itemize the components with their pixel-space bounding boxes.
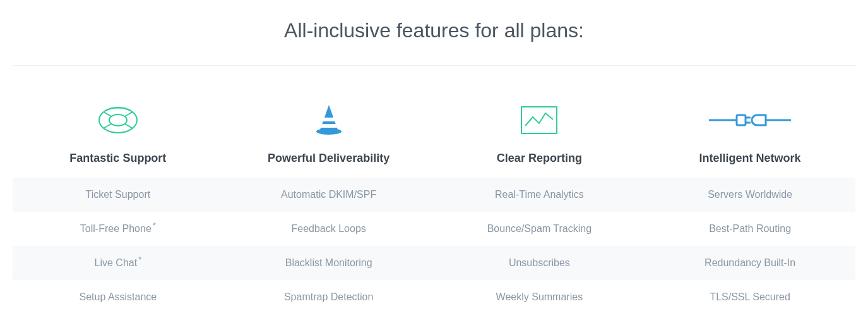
svg-rect-3 [521, 107, 557, 133]
feature-columns-header: Fantastic Support Powerful Deliverabilit… [13, 101, 855, 178]
asterisk: * [153, 221, 156, 230]
feature-cell: Unsubscribes [434, 246, 645, 280]
feature-cell: Live Chat* [13, 246, 223, 280]
column-title-support: Fantastic Support [13, 152, 223, 165]
svg-point-0 [99, 107, 137, 133]
plug-icon [645, 101, 855, 139]
feature-cell: Servers Worldwide [645, 178, 855, 212]
feature-cell: Real-Time Analytics [434, 178, 645, 212]
column-title-reporting: Clear Reporting [434, 152, 645, 165]
feature-row: Toll-Free Phone* Feedback Loops Bounce/S… [13, 212, 855, 246]
feature-row: Ticket Support Automatic DKIM/SPF Real-T… [13, 178, 855, 212]
feature-row: Setup Assistance Spamtrap Detection Week… [13, 280, 855, 314]
feature-cell: Toll-Free Phone* [13, 212, 223, 246]
feature-cell: Feedback Loops [223, 212, 434, 246]
feature-cell: Bounce/Spam Tracking [434, 212, 645, 246]
page-title: All-inclusive features for all plans: [13, 19, 855, 66]
svg-point-2 [316, 128, 342, 135]
cone-icon [223, 101, 434, 139]
chart-icon [434, 101, 645, 139]
column-title-deliverability: Powerful Deliverability [223, 152, 434, 165]
feature-cell: Spamtrap Detection [223, 280, 434, 314]
column-title-network: Intelligent Network [645, 152, 855, 165]
feature-cell: Blacklist Monitoring [223, 246, 434, 280]
feature-cell: TLS/SSL Secured [645, 280, 855, 314]
svg-point-1 [109, 114, 127, 126]
feature-cell: Weekly Summaries [434, 280, 645, 314]
feature-cell: Setup Assistance [13, 280, 223, 314]
lifebuoy-icon [13, 101, 223, 139]
feature-row: Live Chat* Blacklist Monitoring Unsubscr… [13, 246, 855, 280]
feature-cell: Best-Path Routing [645, 212, 855, 246]
svg-rect-5 [737, 115, 746, 125]
asterisk: * [138, 255, 141, 264]
feature-cell: Redundancy Built-In [645, 246, 855, 280]
feature-cell: Ticket Support [13, 178, 223, 212]
feature-cell: Automatic DKIM/SPF [223, 178, 434, 212]
